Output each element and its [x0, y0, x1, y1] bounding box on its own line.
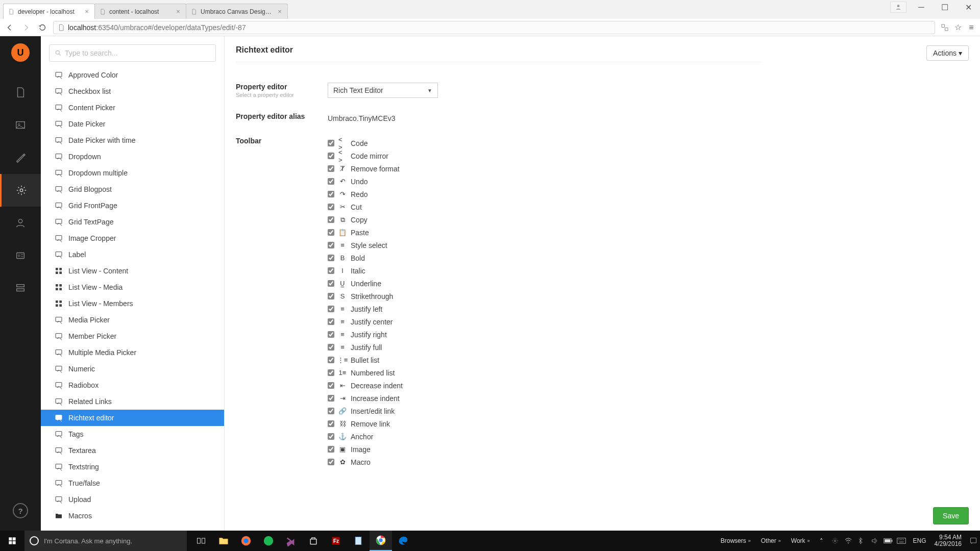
filezilla-icon[interactable]: Fz: [325, 531, 347, 551]
tree-item[interactable]: Label: [41, 246, 224, 263]
tree-item[interactable]: Tags: [41, 426, 224, 442]
toolbar-checkbox[interactable]: [328, 216, 334, 223]
window-minimize-button[interactable]: ─: [910, 0, 933, 14]
tree-item[interactable]: Grid TextPage: [41, 214, 224, 230]
tree-item[interactable]: Image Cropper: [41, 230, 224, 246]
toolbar-checkbox[interactable]: [328, 255, 334, 261]
toolbar-checkbox[interactable]: [328, 357, 334, 363]
tray-keyboard-icon[interactable]: [895, 531, 908, 551]
toolbar-option[interactable]: ↷ Redo: [328, 188, 969, 201]
tree-item[interactable]: Date Picker with time: [41, 132, 224, 148]
tray-bluetooth-icon[interactable]: [855, 531, 868, 551]
tree-list[interactable]: Approved Color Checkbox list Content Pic…: [41, 67, 224, 531]
toolbar-option[interactable]: ↶ Undo: [328, 175, 969, 188]
tree-item[interactable]: Related Links: [41, 393, 224, 410]
tree-item[interactable]: List View - Media: [41, 279, 224, 295]
bookmark-star-icon[interactable]: ☆: [953, 23, 963, 32]
rail-media-icon[interactable]: [0, 109, 41, 141]
toolbar-checkbox[interactable]: [328, 459, 334, 465]
tray-clock[interactable]: 9:54 AM 4/29/2016: [932, 534, 967, 547]
store-icon[interactable]: [302, 531, 325, 551]
translate-icon[interactable]: [940, 23, 949, 32]
toolbar-checkbox[interactable]: [328, 191, 334, 197]
toolbar-option[interactable]: ⛓ Remove link: [328, 417, 969, 430]
tree-item[interactable]: List View - Members: [41, 295, 224, 312]
toolbar-checkbox[interactable]: [328, 178, 334, 185]
toolbar-checkbox[interactable]: [328, 395, 334, 402]
tray-wifi-icon[interactable]: [842, 531, 855, 551]
toolbar-checkbox[interactable]: [328, 446, 334, 453]
toolbar-option[interactable]: 1≡ Numbered list: [328, 366, 969, 379]
property-editor-select[interactable]: Rich Text Editor ▼: [328, 83, 438, 98]
toolbar-checkbox[interactable]: [328, 229, 334, 236]
toolbar-option[interactable]: 📋 Paste: [328, 226, 969, 239]
tray-battery-icon[interactable]: [881, 531, 895, 551]
toolbar-option[interactable]: ▣ Image: [328, 443, 969, 456]
cortana-search[interactable]: I'm Cortana. Ask me anything.: [24, 531, 187, 551]
tab-close-icon[interactable]: ×: [276, 8, 283, 15]
toolbar-option[interactable]: ⧉ Copy: [328, 213, 969, 226]
chrome-profile-button[interactable]: [890, 2, 906, 13]
tray-settings-icon[interactable]: [828, 531, 842, 551]
toolbar-checkbox[interactable]: [328, 204, 334, 210]
tree-item[interactable]: Member Picker: [41, 328, 224, 344]
tray-language[interactable]: ENG: [908, 537, 932, 544]
tray-group-work[interactable]: Work»: [786, 537, 815, 544]
toolbar-option[interactable]: ≡ Justify full: [328, 341, 969, 354]
tree-item[interactable]: List View - Content: [41, 263, 224, 279]
tree-item[interactable]: Approved Color: [41, 67, 224, 83]
tree-item[interactable]: Grid FrontPage: [41, 197, 224, 214]
tab-close-icon[interactable]: ×: [83, 8, 90, 15]
tree-item[interactable]: Textarea: [41, 442, 224, 459]
toolbar-checkbox[interactable]: [328, 280, 334, 287]
visual-studio-icon[interactable]: [280, 531, 302, 551]
toolbar-option[interactable]: ⋮≡ Bullet list: [328, 354, 969, 366]
search-input[interactable]: Type to search...: [49, 44, 216, 62]
toolbar-checkbox[interactable]: [328, 318, 334, 325]
toolbar-checkbox[interactable]: [328, 331, 334, 338]
tray-group-browsers[interactable]: Browsers»: [716, 537, 756, 544]
tree-item[interactable]: Checkbox list: [41, 83, 224, 99]
toolbar-option[interactable]: ≡ Style select: [328, 239, 969, 252]
task-view-icon[interactable]: [190, 531, 212, 551]
rail-settings-icon[interactable]: [0, 141, 41, 174]
toolbar-checkbox[interactable]: [328, 140, 334, 146]
rail-help-icon[interactable]: ?: [13, 503, 28, 518]
toolbar-option[interactable]: ⇥ Increase indent: [328, 392, 969, 405]
chrome-menu-icon[interactable]: ≡: [967, 23, 976, 32]
tree-item[interactable]: Multiple Media Picker: [41, 344, 224, 361]
tree-item[interactable]: Grid Blogpost: [41, 181, 224, 197]
tray-volume-icon[interactable]: [868, 531, 881, 551]
browser-omnibox[interactable]: localhost:63540/umbraco#/developer/dataT…: [53, 21, 935, 34]
toolbar-checkbox[interactable]: [328, 242, 334, 248]
toolbar-option[interactable]: S Strikethrough: [328, 290, 969, 303]
tree-item[interactable]: Textstring: [41, 459, 224, 475]
toolbar-option[interactable]: U̲ Underline: [328, 277, 969, 290]
toolbar-checkbox[interactable]: [328, 382, 334, 389]
tree-item[interactable]: Richtext editor: [41, 410, 224, 426]
tray-notifications-icon[interactable]: [967, 531, 980, 551]
browser-reload-button[interactable]: [37, 22, 48, 33]
window-maximize-button[interactable]: ☐: [933, 0, 957, 14]
tray-chevron-icon[interactable]: ˄: [815, 531, 828, 551]
browser-tab[interactable]: Umbraco Canvas Designer ×: [186, 4, 288, 19]
save-button[interactable]: Save: [933, 507, 969, 524]
start-button[interactable]: [0, 531, 24, 551]
tree-item[interactable]: Dropdown: [41, 148, 224, 165]
browser-tab[interactable]: developer - localhost ×: [3, 4, 95, 19]
toolbar-option[interactable]: < > Code mirror: [328, 149, 969, 162]
chrome-icon[interactable]: [370, 531, 392, 551]
toolbar-checkbox[interactable]: [328, 267, 334, 274]
toolbar-option[interactable]: B Bold: [328, 252, 969, 264]
toolbar-option[interactable]: ⇤ Decrease indent: [328, 379, 969, 392]
tree-item[interactable]: Media Picker: [41, 312, 224, 328]
actions-button[interactable]: Actions ▾: [926, 45, 969, 61]
rail-developer-icon[interactable]: [0, 174, 41, 207]
toolbar-option[interactable]: ≡ Justify left: [328, 303, 969, 315]
tree-item[interactable]: Radiobox: [41, 377, 224, 393]
toolbar-option[interactable]: < > Code: [328, 137, 969, 149]
rail-forms-icon[interactable]: [0, 272, 41, 305]
spotify-icon[interactable]: [257, 531, 280, 551]
tree-item[interactable]: Content Picker: [41, 99, 224, 116]
toolbar-checkbox[interactable]: [328, 306, 334, 312]
